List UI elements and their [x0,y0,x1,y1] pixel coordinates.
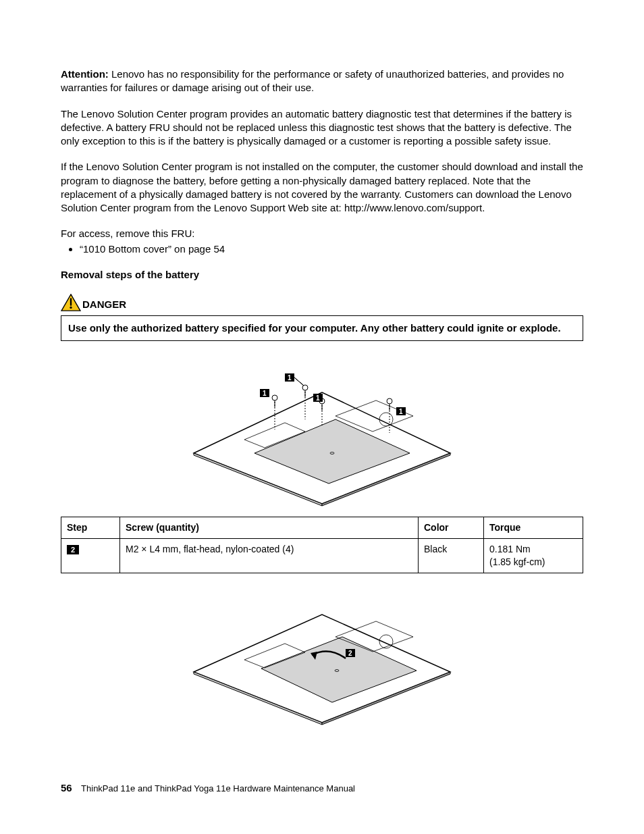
th-color: Color [419,517,484,539]
removal-heading: Removal steps of the battery [61,268,583,282]
th-screw: Screw (quantity) [120,517,419,539]
attention-paragraph: Attention: Lenovo has no responsibility … [61,68,583,95]
fru-list: “1010 Bottom cover” on page 54 [61,242,583,256]
attention-body: Lenovo has no responsibility for the per… [61,68,564,93]
danger-label: DANGER [82,298,126,311]
svg-point-21 [387,398,392,404]
page-footer: 56 ThinkPad 11e and ThinkPad Yoga 11e Ha… [61,781,355,795]
svg-point-2 [70,307,72,309]
td-step: 2 [61,539,120,573]
svg-marker-25 [294,377,304,386]
fru-list-item: “1010 Bottom cover” on page 54 [80,242,583,256]
access-line: For access, remove this FRU: [61,227,583,240]
figure-battery-lift: 2 [61,584,583,726]
svg-point-12 [272,395,277,400]
svg-text:1: 1 [288,374,292,382]
th-torque: Torque [484,517,583,539]
svg-text:1: 1 [399,408,403,415]
screw-table: Step Screw (quantity) Color Torque 2 M2 … [61,517,583,573]
step-badge-icon: 2 [67,545,79,554]
td-screw: M2 × L4 mm, flat-head, nylon-coated (4) [120,539,419,573]
page-number: 56 [61,782,72,793]
svg-point-15 [302,385,308,390]
manual-title: ThinkPad 11e and ThinkPad Yoga 11e Hardw… [81,783,355,793]
danger-box: Use only the authorized battery specifie… [61,315,583,341]
svg-text:1: 1 [263,390,267,397]
td-color: Black [419,539,484,573]
svg-text:1: 1 [316,394,320,402]
svg-text:2: 2 [348,650,352,657]
td-torque: 0.181 Nm (1.85 kgf-cm) [484,539,583,573]
figure-battery-screws: 1 1 1 1 [61,352,583,507]
attention-label: Attention: [61,68,109,80]
th-step: Step [61,517,120,539]
diagnostic-paragraph: The Lenovo Solution Center program provi… [61,107,583,149]
danger-heading-row: DANGER [61,294,583,311]
table-row: 2 M2 × L4 mm, flat-head, nylon-coated (4… [61,539,583,573]
warning-triangle-icon [61,294,81,311]
page-content: Attention: Lenovo has no responsibility … [0,0,644,834]
install-paragraph: If the Lenovo Solution Center program is… [61,160,583,215]
